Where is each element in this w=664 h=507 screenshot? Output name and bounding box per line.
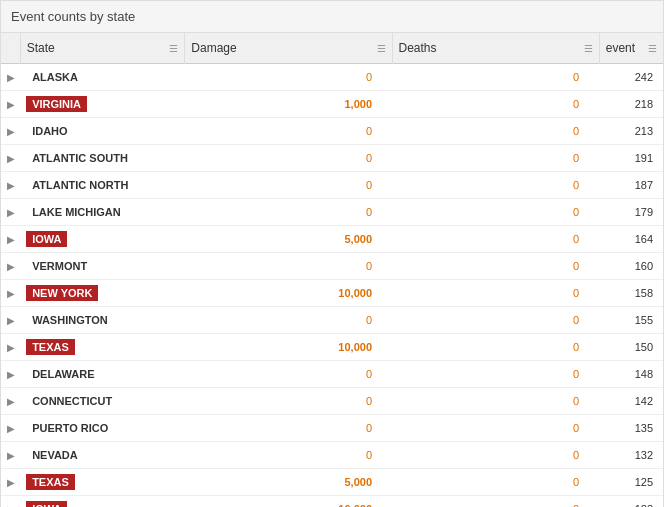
expand-cell[interactable]: ▶ bbox=[1, 361, 20, 388]
expand-cell[interactable]: ▶ bbox=[1, 118, 20, 145]
state-cell: NEW YORK bbox=[20, 280, 185, 307]
table-body: ▶ALASKA00242▶VIRGINIA1,0000218▶IDAHO0021… bbox=[1, 64, 663, 508]
table-row: ▶TEXAS10,0000150 bbox=[1, 334, 663, 361]
damage-value: 0 bbox=[366, 152, 372, 164]
th-expand bbox=[1, 33, 20, 64]
expand-cell[interactable]: ▶ bbox=[1, 307, 20, 334]
state-cell: ATLANTIC SOUTH bbox=[20, 145, 185, 172]
expand-cell[interactable]: ▶ bbox=[1, 199, 20, 226]
expand-cell[interactable]: ▶ bbox=[1, 415, 20, 442]
expand-cell[interactable]: ▶ bbox=[1, 253, 20, 280]
expand-cell[interactable]: ▶ bbox=[1, 91, 20, 118]
th-deaths: Deaths ☰ bbox=[392, 33, 599, 64]
deaths-cell: 0 bbox=[392, 496, 599, 508]
event-cell: 123 bbox=[599, 496, 663, 508]
expand-cell[interactable]: ▶ bbox=[1, 226, 20, 253]
expand-cell[interactable]: ▶ bbox=[1, 64, 20, 91]
damage-value: 10,000 bbox=[338, 287, 372, 299]
expand-cell[interactable]: ▶ bbox=[1, 388, 20, 415]
table-row: ▶ATLANTIC SOUTH00191 bbox=[1, 145, 663, 172]
event-value: 150 bbox=[635, 341, 653, 353]
deaths-cell: 0 bbox=[392, 415, 599, 442]
event-value: 142 bbox=[635, 395, 653, 407]
deaths-value: 0 bbox=[573, 152, 579, 164]
event-filter-icon[interactable]: ☰ bbox=[648, 43, 657, 54]
state-label: ATLANTIC SOUTH bbox=[26, 150, 134, 166]
deaths-value: 0 bbox=[573, 395, 579, 407]
damage-value: 5,000 bbox=[344, 233, 372, 245]
expand-icon: ▶ bbox=[7, 72, 15, 83]
table-row: ▶VERMONT00160 bbox=[1, 253, 663, 280]
damage-cell: 10,000 bbox=[185, 496, 392, 508]
expand-cell[interactable]: ▶ bbox=[1, 469, 20, 496]
deaths-cell: 0 bbox=[392, 280, 599, 307]
damage-filter-icon[interactable]: ☰ bbox=[377, 43, 386, 54]
event-value: 213 bbox=[635, 125, 653, 137]
state-filter-icon[interactable]: ☰ bbox=[169, 43, 178, 54]
deaths-value: 0 bbox=[573, 422, 579, 434]
expand-icon: ▶ bbox=[7, 477, 15, 488]
deaths-value: 0 bbox=[573, 260, 579, 272]
table-container: State ☰ Damage ☰ Deaths ☰ bbox=[1, 33, 663, 507]
state-cell: CONNECTICUT bbox=[20, 388, 185, 415]
deaths-filter-icon[interactable]: ☰ bbox=[584, 43, 593, 54]
state-label: TEXAS bbox=[26, 339, 75, 355]
event-cell: 155 bbox=[599, 307, 663, 334]
deaths-cell: 0 bbox=[392, 469, 599, 496]
deaths-cell: 0 bbox=[392, 226, 599, 253]
expand-icon: ▶ bbox=[7, 450, 15, 461]
header-row: State ☰ Damage ☰ Deaths ☰ bbox=[1, 33, 663, 64]
event-value: 187 bbox=[635, 179, 653, 191]
damage-cell: 5,000 bbox=[185, 469, 392, 496]
state-cell: VIRGINIA bbox=[20, 91, 185, 118]
damage-cell: 0 bbox=[185, 172, 392, 199]
state-cell: TEXAS bbox=[20, 469, 185, 496]
state-label: PUERTO RICO bbox=[26, 420, 114, 436]
expand-cell[interactable]: ▶ bbox=[1, 334, 20, 361]
table-row: ▶NEW YORK10,0000158 bbox=[1, 280, 663, 307]
damage-value: 0 bbox=[366, 449, 372, 461]
deaths-cell: 0 bbox=[392, 307, 599, 334]
deaths-value: 0 bbox=[573, 179, 579, 191]
event-cell: 191 bbox=[599, 145, 663, 172]
state-label: CONNECTICUT bbox=[26, 393, 118, 409]
event-value: 123 bbox=[635, 503, 653, 507]
state-label: NEVADA bbox=[26, 447, 84, 463]
damage-cell: 10,000 bbox=[185, 280, 392, 307]
expand-icon: ▶ bbox=[7, 153, 15, 164]
expand-cell[interactable]: ▶ bbox=[1, 145, 20, 172]
deaths-cell: 0 bbox=[392, 253, 599, 280]
table-row: ▶LAKE MICHIGAN00179 bbox=[1, 199, 663, 226]
damage-cell: 0 bbox=[185, 253, 392, 280]
event-value: 155 bbox=[635, 314, 653, 326]
deaths-value: 0 bbox=[573, 206, 579, 218]
expand-cell[interactable]: ▶ bbox=[1, 496, 20, 508]
expand-cell[interactable]: ▶ bbox=[1, 442, 20, 469]
damage-cell: 0 bbox=[185, 415, 392, 442]
event-cell: 160 bbox=[599, 253, 663, 280]
deaths-cell: 0 bbox=[392, 442, 599, 469]
th-damage: Damage ☰ bbox=[185, 33, 392, 64]
event-value: 164 bbox=[635, 233, 653, 245]
damage-cell: 0 bbox=[185, 199, 392, 226]
expand-cell[interactable]: ▶ bbox=[1, 172, 20, 199]
expand-icon: ▶ bbox=[7, 423, 15, 434]
state-label: IDAHO bbox=[26, 123, 73, 139]
deaths-value: 0 bbox=[573, 98, 579, 110]
state-cell: DELAWARE bbox=[20, 361, 185, 388]
state-label: TEXAS bbox=[26, 474, 75, 490]
damage-cell: 0 bbox=[185, 145, 392, 172]
deaths-value: 0 bbox=[573, 125, 579, 137]
expand-cell[interactable]: ▶ bbox=[1, 280, 20, 307]
event-cell: 132 bbox=[599, 442, 663, 469]
damage-value: 0 bbox=[366, 422, 372, 434]
state-label: IOWA bbox=[26, 501, 67, 507]
deaths-cell: 0 bbox=[392, 118, 599, 145]
state-cell: WASHINGTON bbox=[20, 307, 185, 334]
event-value: 242 bbox=[635, 71, 653, 83]
event-cell: 142 bbox=[599, 388, 663, 415]
deaths-cell: 0 bbox=[392, 172, 599, 199]
event-cell: 213 bbox=[599, 118, 663, 145]
damage-value: 10,000 bbox=[338, 341, 372, 353]
damage-cell: 0 bbox=[185, 64, 392, 91]
